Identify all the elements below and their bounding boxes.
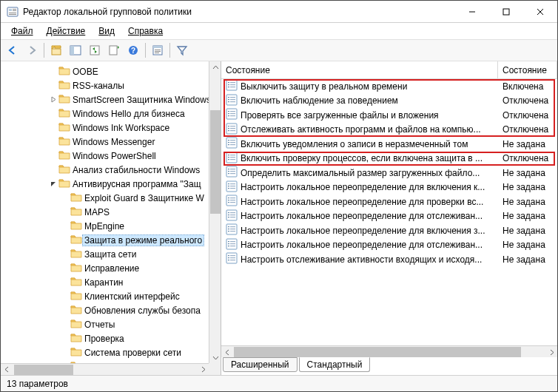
tree-item[interactable]: OOBE — [1, 64, 209, 78]
expand-icon[interactable] — [48, 96, 58, 103]
setting-state: Не задана — [498, 168, 557, 178]
close-button[interactable] — [523, 1, 557, 22]
scroll-track[interactable] — [209, 73, 221, 351]
setting-name: Настроить локальное переопределение для … — [241, 226, 498, 236]
tree-item[interactable]: SmartScreen Защитника Windows — [1, 92, 209, 107]
tree-item-label: Проверка — [84, 334, 124, 344]
tree-item[interactable]: Windows PowerShell — [1, 149, 209, 163]
tree-item[interactable]: Система проверки сети — [1, 345, 209, 359]
list-row[interactable]: Отслеживать активность программ и файлов… — [221, 123, 557, 138]
tree-item-label: RSS-каналы — [73, 81, 124, 91]
svg-rect-110 — [230, 257, 235, 258]
tree-item[interactable]: Карантин — [1, 275, 209, 289]
scroll-up-button[interactable] — [209, 61, 221, 73]
tree-item[interactable]: Windows Ink Workspace — [1, 121, 209, 135]
help-button[interactable]: ? — [124, 41, 142, 59]
minimize-button[interactable] — [455, 1, 489, 22]
list-row[interactable]: Определить максимальный размер загруженн… — [221, 166, 557, 180]
scroll-track[interactable] — [233, 346, 545, 357]
menu-view[interactable]: Вид — [93, 24, 121, 38]
folder-icon — [70, 276, 84, 288]
svg-rect-25 — [228, 84, 229, 85]
scroll-thumb[interactable] — [234, 347, 521, 357]
setting-icon — [226, 223, 241, 237]
column-header-state[interactable]: Состояние — [498, 61, 557, 78]
list-hscrollbar[interactable] — [221, 345, 557, 357]
list-body[interactable]: Выключить защиту в реальном времени Вклю… — [221, 79, 557, 345]
forward-button[interactable] — [23, 41, 41, 59]
svg-rect-101 — [230, 241, 235, 242]
tree-item[interactable]: RSS-каналы — [1, 78, 209, 92]
list-row[interactable]: Настроить локальное переопределение для … — [221, 195, 557, 209]
tree-item[interactable]: Анализ стабильности Windows — [1, 163, 209, 177]
folder-icon — [58, 149, 73, 162]
tab-extended[interactable]: Расширенный — [223, 357, 298, 372]
svg-rect-90 — [228, 217, 229, 217]
svg-rect-42 — [230, 115, 235, 116]
scroll-track[interactable] — [13, 365, 197, 375]
scroll-left-button[interactable] — [221, 346, 233, 357]
tree-item[interactable]: Защита в режиме реального — [1, 233, 209, 247]
svg-rect-86 — [228, 212, 229, 213]
tree-item[interactable]: Exploit Guard в Защитнике W — [1, 191, 209, 205]
menu-action[interactable]: Действие — [41, 24, 92, 38]
up-button[interactable] — [47, 41, 65, 59]
tree-item[interactable]: Обновления службы безопа — [1, 303, 209, 317]
back-button[interactable] — [4, 41, 21, 59]
list-row[interactable]: Проверять все загруженные файлы и вложен… — [221, 108, 557, 123]
tree-item[interactable]: Защита сети — [1, 247, 209, 261]
tree-item[interactable]: Windows Hello для бизнеса — [1, 107, 209, 121]
list-row[interactable]: Настроить локальное переопределение для … — [221, 180, 557, 195]
filter-button[interactable] — [173, 41, 191, 59]
list-row[interactable]: Настроить локальное переопределение для … — [221, 223, 557, 238]
tree-item[interactable]: Клиентский интерфейс — [1, 289, 209, 303]
tree-item[interactable]: MAPS — [1, 205, 209, 219]
list-row[interactable]: Настроить локальное переопределение для … — [221, 209, 557, 224]
svg-rect-48 — [228, 130, 229, 131]
svg-rect-89 — [230, 214, 235, 215]
tree-item[interactable]: Проверка — [1, 331, 209, 345]
folder-icon — [58, 163, 73, 176]
tree-item[interactable]: Windows Messenger — [1, 135, 209, 149]
menu-help[interactable]: Справка — [122, 24, 169, 38]
maximize-button[interactable] — [489, 1, 523, 22]
tree-item[interactable]: Исправление — [1, 261, 209, 275]
tree-hscrollbar[interactable] — [1, 363, 209, 375]
list-row[interactable]: Включить уведомления о записи в неразмеч… — [221, 137, 557, 152]
svg-rect-21 — [155, 53, 159, 53]
tree-item[interactable]: MpEngine — [1, 219, 209, 233]
tab-standard[interactable]: Стандартный — [299, 357, 371, 372]
svg-rect-93 — [228, 226, 229, 227]
properties-button[interactable] — [149, 41, 167, 59]
scroll-right-button[interactable] — [545, 346, 557, 357]
svg-rect-54 — [230, 142, 235, 143]
scroll-thumb[interactable] — [14, 365, 73, 375]
svg-rect-58 — [228, 155, 229, 155]
list-row[interactable]: Включить проверку процессов, если включе… — [221, 152, 557, 166]
scroll-down-button[interactable] — [209, 351, 221, 363]
list-row[interactable]: Выключить защиту в реальном времени Вклю… — [221, 79, 557, 94]
tree-item[interactable]: Антивирусная программа "Защ — [1, 177, 209, 191]
export-button[interactable] — [105, 41, 123, 59]
scroll-thumb[interactable] — [210, 110, 221, 214]
scroll-left-button[interactable] — [1, 364, 13, 376]
scroll-right-button[interactable] — [197, 364, 209, 376]
refresh-button[interactable] — [86, 41, 104, 59]
svg-rect-33 — [230, 99, 235, 100]
svg-rect-96 — [230, 229, 235, 229]
svg-rect-91 — [230, 217, 235, 217]
tree-vscrollbar[interactable] — [209, 61, 221, 363]
tree[interactable]: OOBE RSS-каналы SmartScreen Защитника Wi… — [1, 61, 209, 363]
setting-state: Отключена — [498, 153, 557, 163]
tree-item-label: Защита в режиме реального — [82, 234, 204, 246]
folder-icon — [70, 262, 84, 274]
column-header-name[interactable]: Состояние — [221, 61, 498, 78]
tree-item[interactable]: Отчеты — [1, 317, 209, 331]
list-row[interactable]: Настроить отслеживание активности входящ… — [221, 252, 557, 267]
list-row[interactable]: Включить наблюдение за поведением Отключ… — [221, 94, 557, 109]
show-hide-tree-button[interactable] — [67, 41, 84, 59]
list-row[interactable]: Настроить локальное переопределение для … — [221, 238, 557, 253]
tree-item-label: Анализ стабильности Windows — [73, 165, 200, 175]
collapse-icon[interactable] — [48, 180, 58, 187]
menu-file[interactable]: Файл — [5, 24, 39, 38]
